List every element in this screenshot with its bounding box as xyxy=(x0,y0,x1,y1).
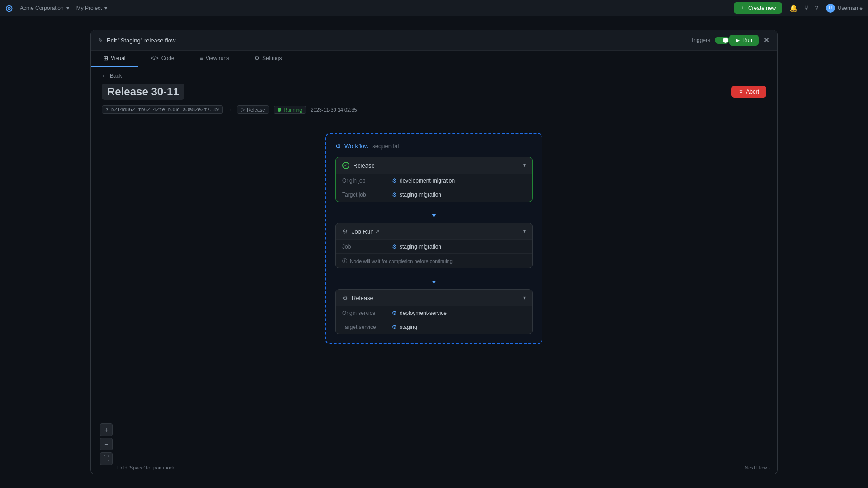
release-icon: ▷ xyxy=(241,107,245,113)
check-circle-icon: ✓ xyxy=(342,162,349,169)
workflow-header: ⚙ Workflow sequential xyxy=(335,143,533,150)
org-chevron-icon: ▾ xyxy=(66,5,69,11)
target-job-value: staging-migration xyxy=(400,192,441,198)
node-release-2-title: Release xyxy=(352,295,523,301)
breadcrumb-arrow-1: → xyxy=(227,107,232,113)
code-icon: </> xyxy=(151,55,158,61)
node-job-run-header[interactable]: ⚙ Job Run ↗ ▾ xyxy=(336,223,532,239)
release-2-gear-icon: ⚙ xyxy=(342,294,348,301)
node-job-run: ⚙ Job Run ↗ ▾ Job ⚙ stagi xyxy=(335,223,533,268)
node-job-run-body: Job ⚙ staging-migration ⓘ Node will wait… xyxy=(336,239,532,268)
project-chevron-icon: ▾ xyxy=(104,5,107,11)
node-release-2-chevron-icon: ▾ xyxy=(523,295,526,301)
abort-button[interactable]: ✕ Abort xyxy=(731,86,766,98)
node-job-run-job-row: Job ⚙ staging-migration xyxy=(336,239,532,253)
avatar: U xyxy=(826,4,835,13)
origin-service-icon: ⚙ xyxy=(392,310,397,316)
running-dot-icon xyxy=(278,108,281,112)
target-service-value: staging xyxy=(400,324,417,330)
back-link[interactable]: ← Back xyxy=(91,67,777,82)
project-selector[interactable]: My Project ▾ xyxy=(76,5,108,11)
origin-job-icon: ⚙ xyxy=(392,178,397,184)
node-release-2-body: Origin service ⚙ deployment-service Targ… xyxy=(336,306,532,334)
canvas-controls: + − ⛶ xyxy=(100,423,113,465)
runs-icon: ≡ xyxy=(200,55,203,61)
org-selector[interactable]: Acme Corporation ▾ xyxy=(20,5,69,11)
top-nav: ◎ Acme Corporation ▾ My Project ▾ ＋ Crea… xyxy=(0,0,868,16)
info-icon: ⓘ xyxy=(342,258,347,264)
release-flow-modal: ✎ Edit "Staging" release flow Triggers ▶… xyxy=(90,30,778,474)
triggers-area: Triggers xyxy=(690,37,729,44)
connector-2: ▼ xyxy=(335,268,533,289)
hash-icon: ⊡ xyxy=(106,107,109,113)
tab-code[interactable]: </> Code xyxy=(138,51,187,67)
git-icon[interactable]: ⑂ xyxy=(804,4,808,12)
zoom-in-button[interactable]: + xyxy=(100,423,113,436)
breadcrumb-release: ▷ Release xyxy=(237,105,269,114)
settings-icon: ⚙ xyxy=(255,55,259,61)
node-release-1: ✓ Release ▾ Origin job ⚙ development-mig… xyxy=(335,157,533,202)
visual-icon: ⊞ xyxy=(104,55,108,61)
node-release-1-origin-row: Origin job ⚙ development-migration xyxy=(336,174,532,188)
node-release-1-target-row: Target job ⚙ staging-migration xyxy=(336,188,532,202)
bell-icon[interactable]: 🔔 xyxy=(789,4,798,12)
node-release-2-target-row: Target service ⚙ staging xyxy=(336,320,532,334)
project-name: My Project xyxy=(76,5,102,11)
workflow-title: Workflow xyxy=(344,143,368,150)
edit-icon: ✎ xyxy=(98,37,103,44)
hash-value: b214d862-fb62-42fe-b38d-a3a82e2f7339 xyxy=(111,107,219,113)
play-icon: ▶ xyxy=(736,37,740,43)
target-job-icon: ⚙ xyxy=(392,192,397,198)
plus-icon: ＋ xyxy=(740,4,745,12)
triggers-toggle[interactable] xyxy=(715,37,729,44)
modal-tabs: ⊞ Visual </> Code ≡ View runs ⚙ Settings xyxy=(91,51,777,67)
node-release-2-header[interactable]: ⚙ Release ▾ xyxy=(336,290,532,306)
pan-hint: Hold 'Space' for pan mode xyxy=(117,465,175,470)
create-new-button[interactable]: ＋ Create new xyxy=(734,2,782,14)
tab-view-runs[interactable]: ≡ View runs xyxy=(187,51,242,67)
next-flow-link[interactable]: Next Flow › xyxy=(745,465,770,470)
node-job-run-title: Job Run ↗ xyxy=(352,228,523,235)
release-title: Release 30-11 xyxy=(102,84,184,100)
close-button[interactable]: ✕ xyxy=(763,35,770,45)
node-job-run-info-row: ⓘ Node will wait for completion before c… xyxy=(336,253,532,268)
modal-title-area: ✎ Edit "Staging" release flow xyxy=(98,37,175,44)
zoom-out-button[interactable]: − xyxy=(100,438,113,450)
node-release-1-body: Origin job ⚙ development-migration Targe… xyxy=(336,174,532,202)
modal-header: ✎ Edit "Staging" release flow Triggers ▶… xyxy=(91,30,777,51)
fit-view-button[interactable]: ⛶ xyxy=(100,452,113,465)
breadcrumb-running: Running xyxy=(274,106,306,114)
workflow-gear-icon: ⚙ xyxy=(335,143,341,150)
breadcrumb-timestamp: 2023-11-30 14:02:35 xyxy=(311,107,357,113)
node-release-2: ⚙ Release ▾ Origin service ⚙ deployment-… xyxy=(335,289,533,334)
target-service-icon: ⚙ xyxy=(392,324,397,330)
username: Username xyxy=(838,5,863,11)
tab-settings[interactable]: ⚙ Settings xyxy=(242,51,294,67)
external-link-icon: ↗ xyxy=(375,229,379,235)
job-run-gear-icon: ⚙ xyxy=(342,228,348,235)
node-job-run-chevron-icon: ▾ xyxy=(523,228,526,235)
workflow-container: ⚙ Workflow sequential ✓ Release ▾ Origin… xyxy=(326,133,542,344)
org-name: Acme Corporation xyxy=(20,5,64,11)
nav-icons: 🔔 ⑂ ? xyxy=(789,4,818,12)
origin-job-value: development-migration xyxy=(400,178,455,184)
logo-icon: ◎ xyxy=(5,3,13,13)
run-button[interactable]: ▶ Run xyxy=(729,35,759,46)
node-release-2-origin-row: Origin service ⚙ deployment-service xyxy=(336,306,532,320)
tab-visual[interactable]: ⊞ Visual xyxy=(91,51,138,67)
back-arrow-icon: ← xyxy=(102,73,107,79)
breadcrumb-row: ⊡ b214d862-fb62-42fe-b38d-a3a82e2f7339 →… xyxy=(91,103,777,119)
node-release-1-title: Release xyxy=(353,162,523,169)
back-label: Back xyxy=(110,73,122,79)
abort-x-icon: ✕ xyxy=(739,89,743,95)
connector-1: ▼ xyxy=(335,202,533,223)
triggers-label: Triggers xyxy=(690,37,710,43)
job-value: staging-migration xyxy=(400,244,441,250)
node-release-1-header[interactable]: ✓ Release ▾ xyxy=(336,157,532,174)
user-menu[interactable]: U Username xyxy=(826,4,863,13)
breadcrumb-hash: ⊡ b214d862-fb62-42fe-b38d-a3a82e2f7339 xyxy=(102,105,223,114)
help-icon[interactable]: ? xyxy=(815,4,818,12)
info-text: Node will wait for completion before con… xyxy=(350,258,454,264)
canvas-area[interactable]: ⚙ Workflow sequential ✓ Release ▾ Origin… xyxy=(91,119,777,474)
modal-title: Edit "Staging" release flow xyxy=(107,37,175,44)
